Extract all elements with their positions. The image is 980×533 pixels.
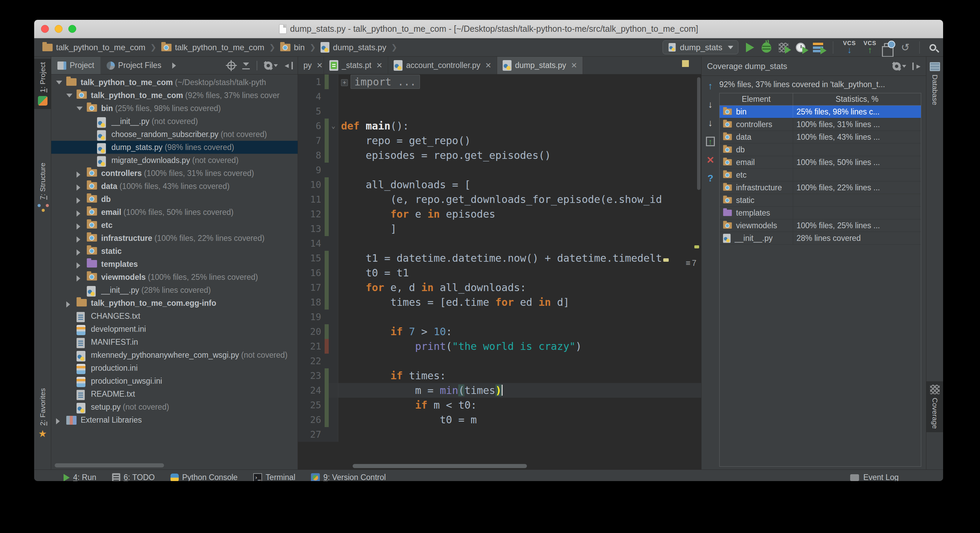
tree-row[interactable]: talk_python_to_me_com.egg-info — [51, 297, 298, 310]
tree-row[interactable]: production.ini — [51, 361, 298, 374]
tree-collapse-arrow-icon[interactable] — [76, 275, 80, 282]
close-tab-icon[interactable]: ✕ — [485, 61, 492, 70]
code-line[interactable]: 12 for e in episodes — [298, 207, 701, 221]
code-line[interactable]: 21 print("the world is crazy") — [298, 339, 701, 354]
tree-row[interactable]: etc — [51, 219, 298, 232]
coverage-row[interactable]: infrastructure100% files, 22% lines ... — [720, 181, 921, 194]
tree-row[interactable]: talk_python_to_me_com (92% files, 37% li… — [51, 89, 298, 102]
code-line[interactable]: 24 m = min(times) — [298, 383, 701, 398]
import-coverage-icon[interactable]: ↓ — [704, 99, 716, 111]
tree-row[interactable]: viewmodels (100% files, 25% lines covere… — [51, 270, 298, 283]
fold-gutter[interactable] — [329, 398, 338, 412]
annotation-indicator[interactable] — [682, 60, 689, 67]
coverage-row[interactable]: __init__.py28% lines covered — [720, 232, 921, 245]
editor-horizontal-scrollbar[interactable] — [353, 464, 527, 468]
debug-icon[interactable] — [762, 42, 771, 53]
code-line[interactable]: 4 — [298, 89, 701, 104]
fold-gutter[interactable] — [329, 236, 338, 251]
tree-row[interactable]: External Libraries — [51, 414, 298, 426]
event-log-button[interactable]: Event Log — [850, 473, 899, 481]
tree-row[interactable]: __init__.py (not covered) — [51, 115, 298, 128]
code-line[interactable]: 18 times = [ed.time for ed in d] — [298, 295, 701, 310]
editor-vertical-scrollbar[interactable] — [697, 77, 700, 190]
dock-button-favorites[interactable]: 2: Favorites★ — [34, 385, 51, 442]
local-history-icon[interactable] — [884, 43, 894, 52]
run-icon[interactable] — [746, 43, 754, 52]
editor-body[interactable]: 1+import ...456⌄def main():7 repo = get_… — [298, 75, 701, 469]
tree-row[interactable]: static — [51, 245, 298, 258]
tree-collapse-arrow-icon[interactable] — [76, 210, 80, 216]
code-line[interactable]: 1+import ... — [298, 75, 701, 89]
fold-gutter[interactable] — [329, 383, 338, 398]
editor-tab-dump_stats-py[interactable]: dump_stats.py✕ — [497, 57, 583, 74]
tree-row[interactable]: email (100% files, 50% lines covered) — [51, 206, 298, 219]
fold-gutter[interactable] — [329, 177, 338, 192]
tree-row[interactable]: bin (25% files, 98% lines covered) — [51, 102, 298, 115]
tree-collapse-arrow-icon[interactable] — [76, 223, 80, 230]
breadcrumb-item[interactable]: bin — [280, 43, 305, 52]
tool-window-button-run[interactable]: 4: Run — [64, 473, 96, 481]
fold-gutter[interactable] — [329, 280, 338, 295]
tool-window-button-python-console[interactable]: Python Console — [170, 473, 237, 481]
fold-gutter[interactable] — [329, 75, 338, 89]
code-line[interactable]: 5 — [298, 104, 701, 119]
code-line[interactable]: 13 ] — [298, 221, 701, 236]
fold-gutter[interactable] — [329, 251, 338, 266]
tree-row[interactable]: development.ini — [51, 323, 298, 336]
tree-collapse-arrow-icon[interactable] — [76, 185, 80, 191]
editor-tab-py[interactable]: py✕ — [298, 57, 324, 74]
close-window-button[interactable] — [41, 25, 49, 33]
code-line[interactable]: 20 if 7 > 10: — [298, 324, 701, 339]
fold-gutter[interactable] — [329, 354, 338, 368]
code-line[interactable]: 9 — [298, 162, 701, 177]
locate-icon[interactable] — [227, 62, 235, 70]
code-line[interactable]: 16 t0 = t1 — [298, 266, 701, 280]
code-line[interactable]: 26 t0 = m — [298, 412, 701, 427]
coverage-row[interactable]: controllers100% files, 31% lines ... — [720, 118, 921, 131]
breadcrumb-item[interactable]: talk_python_to_me_com — [161, 43, 264, 52]
tree-row[interactable]: dump_stats.py (98% lines covered) — [51, 141, 298, 154]
tree-row[interactable]: CHANGES.txt — [51, 310, 298, 323]
help-icon[interactable]: ? — [704, 172, 716, 185]
fold-gutter[interactable] — [329, 412, 338, 427]
coverage-row[interactable]: bin25% files, 98% lines c... — [720, 106, 921, 118]
fold-gutter[interactable] — [329, 89, 338, 104]
fold-gutter[interactable] — [329, 104, 338, 119]
collapse-all-icon[interactable] — [242, 62, 250, 69]
breadcrumb-item[interactable]: talk_python_to_me_com — [42, 43, 146, 52]
minimize-window-button[interactable] — [55, 25, 62, 33]
fold-gutter[interactable] — [329, 133, 338, 148]
fold-gutter[interactable] — [329, 310, 338, 324]
code-line[interactable]: 17 for e, d in all_downloads: — [298, 280, 701, 295]
tab-project-files[interactable]: Project Files — [100, 57, 168, 74]
tree-collapse-arrow-icon[interactable] — [76, 250, 80, 256]
editor-tab-_stats-pt[interactable]: _stats.pt✕ — [324, 57, 388, 74]
search-everywhere-icon[interactable] — [929, 44, 936, 51]
code-line[interactable]: 7 repo = get_repo() — [298, 133, 701, 148]
gear-menu[interactable] — [892, 62, 906, 70]
tree-row[interactable]: data (100% files, 43% lines covered) — [51, 180, 298, 193]
tool-window-button-todo[interactable]: 6: TODO — [112, 473, 155, 481]
tree-row[interactable]: controllers (100% files, 31% lines cover… — [51, 167, 298, 180]
fold-gutter[interactable] — [329, 368, 338, 383]
fold-gutter[interactable] — [329, 207, 338, 221]
zoom-window-button[interactable] — [68, 25, 76, 33]
fold-gutter[interactable] — [329, 221, 338, 236]
fold-gutter[interactable] — [329, 192, 338, 207]
tree-row[interactable]: choose_random_subscriber.py (not covered… — [51, 128, 298, 141]
tool-window-button-version-control[interactable]: 9: Version Control — [311, 473, 386, 481]
up-arrow-icon[interactable]: ↑ — [704, 80, 716, 92]
tree-row[interactable]: db — [51, 193, 298, 206]
vcs-update-icon[interactable]: VCS↓ — [843, 40, 856, 54]
tree-collapse-arrow-icon[interactable] — [76, 197, 80, 204]
code-line[interactable]: 23 if times: — [298, 368, 701, 383]
coverage-row[interactable]: data100% files, 43% lines ... — [720, 131, 921, 143]
dock-button-database[interactable]: Database — [926, 59, 943, 109]
tree-row[interactable]: setup.py (not covered) — [51, 401, 298, 414]
tree-row[interactable]: talk_python_to_me_com (~/Desktop/stash/t… — [51, 76, 298, 89]
tree-collapse-arrow-icon[interactable] — [76, 263, 80, 269]
fold-gutter[interactable] — [329, 295, 338, 310]
coverage-row[interactable]: templates — [720, 207, 921, 220]
code-line[interactable]: 15 t1 = datetime.datetime.now() + dateti… — [298, 251, 701, 266]
tree-row[interactable]: infrastructure (100% files, 22% lines co… — [51, 232, 298, 245]
